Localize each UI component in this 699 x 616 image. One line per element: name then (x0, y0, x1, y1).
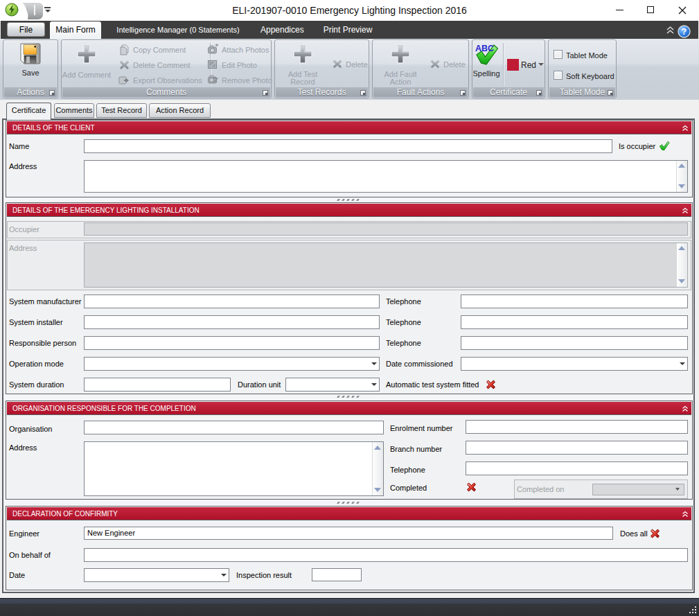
svg-text:?: ? (682, 27, 687, 37)
svg-text:ABC: ABC (475, 44, 494, 53)
